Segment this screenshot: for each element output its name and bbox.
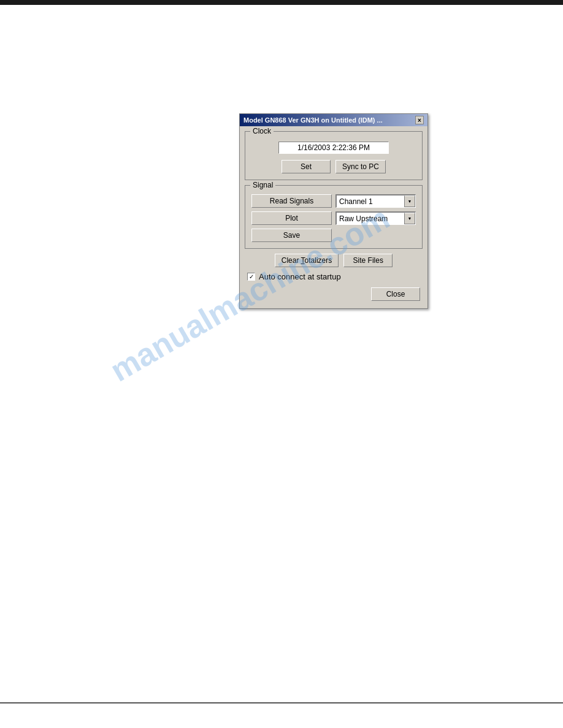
dialog-body: Clock Set Sync to PC Signal [240, 126, 427, 308]
close-row: Close [245, 287, 423, 303]
set-button[interactable]: Set [282, 160, 331, 173]
auto-connect-label: Auto connect at startup [259, 272, 341, 281]
auto-connect-checkbox[interactable]: ✓ [247, 273, 255, 281]
signal-left-col: Read Signals Plot Save [251, 194, 332, 242]
clock-datetime-input[interactable] [278, 142, 389, 154]
clear-totalizers-button[interactable]: Clear Totalizers [275, 254, 339, 267]
read-signals-button[interactable]: Read Signals [251, 194, 332, 208]
site-files-button[interactable]: Site Files [343, 254, 393, 267]
plot-type-dropdown-arrow[interactable]: ▼ [404, 213, 415, 224]
bottom-action-buttons: Clear Totalizers Site Files [245, 254, 423, 267]
plot-type-dropdown[interactable]: Raw Upstream ▼ [335, 211, 416, 225]
signal-group-label: Signal [250, 181, 275, 189]
close-button[interactable]: Close [371, 287, 420, 301]
top-bar [0, 0, 563, 5]
signal-grid: Read Signals Plot Save Channel 1 [251, 194, 416, 242]
dialog-titlebar: Model GN868 Ver GN3H on Untitled (IDM) .… [240, 114, 427, 126]
dialog-wrapper: Model GN868 Ver GN3H on Untitled (IDM) .… [239, 113, 428, 309]
plot-button[interactable]: Plot [251, 211, 332, 225]
clock-group-label: Clock [250, 127, 274, 135]
signal-right-col: Channel 1 ▼ Raw Upstream ▼ [335, 194, 416, 242]
channel-dropdown[interactable]: Channel 1 ▼ [335, 194, 416, 208]
channel-value: Channel 1 [337, 197, 404, 206]
sync-to-pc-button[interactable]: Sync to PC [335, 160, 386, 173]
save-button[interactable]: Save [251, 229, 332, 242]
title-close-button[interactable]: × [415, 116, 424, 124]
signal-group: Signal Read Signals Plot Save [245, 185, 423, 249]
channel-dropdown-arrow[interactable]: ▼ [404, 195, 415, 207]
clock-buttons: Set Sync to PC [251, 160, 416, 173]
plot-type-value: Raw Upstream [337, 214, 404, 223]
auto-connect-row: ✓ Auto connect at startup [245, 272, 423, 281]
main-dialog: Model GN868 Ver GN3H on Untitled (IDM) .… [239, 113, 428, 309]
bottom-bar [0, 702, 563, 703]
dialog-title: Model GN868 Ver GN3H on Untitled (IDM) .… [243, 116, 383, 124]
clock-group: Clock Set Sync to PC [245, 131, 423, 180]
